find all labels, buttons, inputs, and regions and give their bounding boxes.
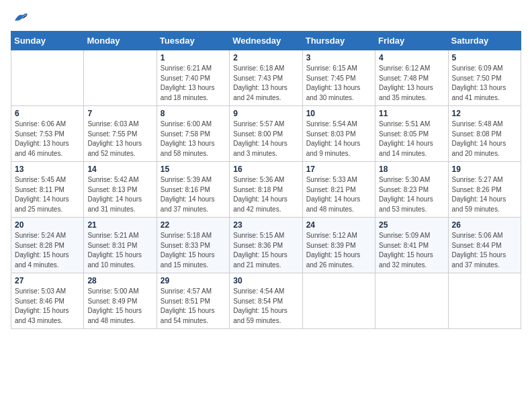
calendar-cell: 8Sunrise: 6:00 AMSunset: 7:58 PMDaylight… (157, 106, 229, 162)
day-info: Sunrise: 4:54 AMSunset: 8:54 PMDaylight:… (233, 287, 298, 326)
day-number: 22 (161, 220, 226, 230)
col-header-friday: Friday (375, 32, 448, 50)
day-number: 11 (379, 109, 444, 118)
day-number: 14 (87, 165, 152, 174)
day-number: 18 (379, 165, 444, 174)
calendar-header-row: SundayMondayTuesdayWednesdayThursdayFrid… (11, 32, 521, 50)
col-header-monday: Monday (84, 32, 157, 50)
day-number: 2 (233, 53, 298, 62)
day-info: Sunrise: 5:48 AMSunset: 8:08 PMDaylight:… (452, 120, 517, 158)
day-number: 10 (306, 109, 371, 118)
day-info: Sunrise: 6:00 AMSunset: 7:58 PMDaylight:… (161, 120, 226, 158)
calendar-week-row: 1Sunrise: 6:21 AMSunset: 7:40 PMDaylight… (11, 50, 521, 106)
calendar-cell: 22Sunrise: 5:18 AMSunset: 8:33 PMDayligh… (157, 218, 229, 273)
logo (11, 11, 28, 23)
day-number: 13 (15, 165, 80, 174)
calendar-cell: 13Sunrise: 5:45 AMSunset: 8:11 PMDayligh… (11, 162, 84, 218)
calendar-cell: 23Sunrise: 5:15 AMSunset: 8:36 PMDayligh… (230, 218, 302, 273)
calendar-cell: 4Sunrise: 6:12 AMSunset: 7:48 PMDaylight… (375, 50, 448, 106)
day-info: Sunrise: 5:12 AMSunset: 8:39 PMDaylight:… (306, 231, 371, 270)
calendar-week-row: 20Sunrise: 5:24 AMSunset: 8:28 PMDayligh… (11, 218, 521, 273)
calendar-cell: 14Sunrise: 5:42 AMSunset: 8:13 PMDayligh… (84, 162, 157, 218)
day-number: 3 (306, 53, 371, 62)
calendar-cell: 11Sunrise: 5:51 AMSunset: 8:05 PMDayligh… (375, 106, 448, 162)
day-info: Sunrise: 6:06 AMSunset: 7:53 PMDaylight:… (15, 120, 80, 158)
day-number: 1 (161, 53, 226, 62)
day-info: Sunrise: 6:09 AMSunset: 7:50 PMDaylight:… (452, 64, 517, 103)
calendar-week-row: 27Sunrise: 5:03 AMSunset: 8:46 PMDayligh… (11, 273, 521, 329)
calendar-cell: 2Sunrise: 6:18 AMSunset: 7:43 PMDaylight… (230, 50, 302, 106)
day-info: Sunrise: 5:33 AMSunset: 8:21 PMDaylight:… (306, 175, 371, 214)
calendar-cell (375, 273, 448, 329)
day-number: 4 (379, 53, 444, 62)
day-number: 12 (452, 109, 517, 118)
day-info: Sunrise: 5:45 AMSunset: 8:11 PMDaylight:… (15, 175, 80, 214)
day-info: Sunrise: 5:30 AMSunset: 8:23 PMDaylight:… (379, 175, 444, 214)
calendar-cell: 20Sunrise: 5:24 AMSunset: 8:28 PMDayligh… (11, 218, 84, 273)
calendar-cell: 5Sunrise: 6:09 AMSunset: 7:50 PMDaylight… (448, 50, 521, 106)
calendar-cell: 29Sunrise: 4:57 AMSunset: 8:51 PMDayligh… (157, 273, 229, 329)
day-info: Sunrise: 5:00 AMSunset: 8:49 PMDaylight:… (87, 287, 152, 326)
calendar-table: SundayMondayTuesdayWednesdayThursdayFrid… (11, 31, 521, 329)
day-info: Sunrise: 5:03 AMSunset: 8:46 PMDaylight:… (15, 287, 80, 326)
calendar-week-row: 6Sunrise: 6:06 AMSunset: 7:53 PMDaylight… (11, 106, 521, 162)
calendar-cell: 21Sunrise: 5:21 AMSunset: 8:31 PMDayligh… (84, 218, 157, 273)
calendar-cell: 9Sunrise: 5:57 AMSunset: 8:00 PMDaylight… (230, 106, 302, 162)
day-info: Sunrise: 5:21 AMSunset: 8:31 PMDaylight:… (87, 231, 152, 270)
calendar-cell: 19Sunrise: 5:27 AMSunset: 8:26 PMDayligh… (448, 162, 521, 218)
calendar-cell: 10Sunrise: 5:54 AMSunset: 8:03 PMDayligh… (302, 106, 375, 162)
day-number: 6 (15, 109, 80, 118)
day-info: Sunrise: 6:18 AMSunset: 7:43 PMDaylight:… (233, 64, 298, 103)
day-number: 8 (161, 109, 226, 118)
day-info: Sunrise: 5:39 AMSunset: 8:16 PMDaylight:… (161, 175, 226, 214)
day-number: 25 (379, 220, 444, 230)
col-header-sunday: Sunday (11, 32, 84, 50)
calendar-cell: 26Sunrise: 5:06 AMSunset: 8:44 PMDayligh… (448, 218, 521, 273)
day-number: 26 (452, 220, 517, 230)
calendar-cell (448, 273, 521, 329)
calendar-cell: 3Sunrise: 6:15 AMSunset: 7:45 PMDaylight… (302, 50, 375, 106)
day-info: Sunrise: 5:27 AMSunset: 8:26 PMDaylight:… (452, 175, 517, 214)
calendar-cell: 24Sunrise: 5:12 AMSunset: 8:39 PMDayligh… (302, 218, 375, 273)
day-number: 19 (452, 165, 517, 174)
day-number: 21 (87, 220, 152, 230)
day-number: 9 (233, 109, 298, 118)
day-info: Sunrise: 5:09 AMSunset: 8:41 PMDaylight:… (379, 231, 444, 270)
day-number: 15 (161, 165, 226, 174)
day-info: Sunrise: 5:18 AMSunset: 8:33 PMDaylight:… (161, 231, 226, 270)
day-info: Sunrise: 5:24 AMSunset: 8:28 PMDaylight:… (15, 231, 80, 270)
day-info: Sunrise: 6:21 AMSunset: 7:40 PMDaylight:… (161, 64, 226, 103)
col-header-tuesday: Tuesday (157, 32, 229, 50)
day-number: 5 (452, 53, 517, 62)
day-number: 23 (233, 220, 298, 230)
calendar-cell: 30Sunrise: 4:54 AMSunset: 8:54 PMDayligh… (230, 273, 302, 329)
day-info: Sunrise: 6:03 AMSunset: 7:55 PMDaylight:… (87, 120, 152, 158)
col-header-wednesday: Wednesday (230, 32, 302, 50)
day-number: 27 (15, 276, 80, 285)
day-number: 17 (306, 165, 371, 174)
day-info: Sunrise: 5:15 AMSunset: 8:36 PMDaylight:… (233, 231, 298, 270)
calendar-cell: 28Sunrise: 5:00 AMSunset: 8:49 PMDayligh… (84, 273, 157, 329)
calendar-cell: 7Sunrise: 6:03 AMSunset: 7:55 PMDaylight… (84, 106, 157, 162)
calendar-cell (302, 273, 375, 329)
calendar-cell: 12Sunrise: 5:48 AMSunset: 8:08 PMDayligh… (448, 106, 521, 162)
calendar-cell (84, 50, 157, 106)
day-number: 30 (233, 276, 298, 285)
day-number: 24 (306, 220, 371, 230)
calendar-cell: 17Sunrise: 5:33 AMSunset: 8:21 PMDayligh… (302, 162, 375, 218)
calendar-week-row: 13Sunrise: 5:45 AMSunset: 8:11 PMDayligh… (11, 162, 521, 218)
day-info: Sunrise: 5:42 AMSunset: 8:13 PMDaylight:… (87, 175, 152, 214)
day-info: Sunrise: 6:15 AMSunset: 7:45 PMDaylight:… (306, 64, 371, 103)
col-header-saturday: Saturday (448, 32, 521, 50)
day-number: 29 (161, 276, 226, 285)
calendar-cell: 25Sunrise: 5:09 AMSunset: 8:41 PMDayligh… (375, 218, 448, 273)
header (11, 11, 521, 23)
day-info: Sunrise: 5:06 AMSunset: 8:44 PMDaylight:… (452, 231, 517, 270)
day-number: 16 (233, 165, 298, 174)
day-info: Sunrise: 4:57 AMSunset: 8:51 PMDaylight:… (161, 287, 226, 326)
day-info: Sunrise: 5:36 AMSunset: 8:18 PMDaylight:… (233, 175, 298, 214)
calendar-cell (11, 50, 84, 106)
calendar-cell: 18Sunrise: 5:30 AMSunset: 8:23 PMDayligh… (375, 162, 448, 218)
calendar-cell: 27Sunrise: 5:03 AMSunset: 8:46 PMDayligh… (11, 273, 84, 329)
day-number: 20 (15, 220, 80, 230)
